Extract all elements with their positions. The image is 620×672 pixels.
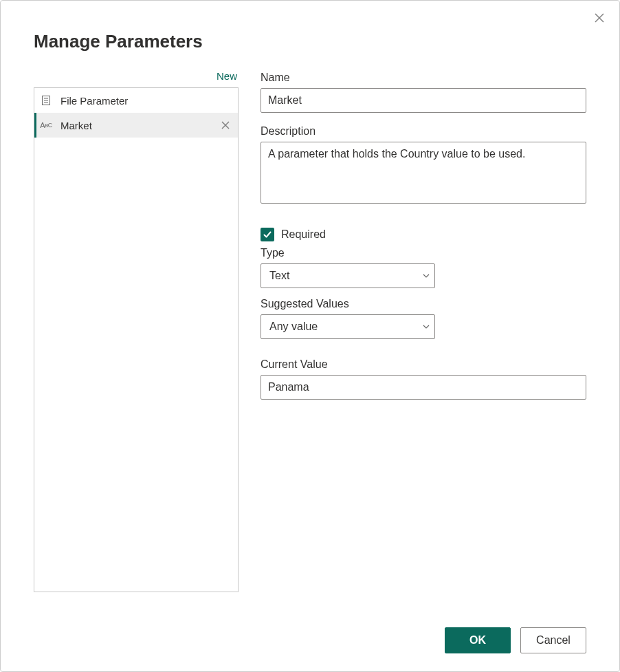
new-parameter-link[interactable]: New	[34, 69, 239, 87]
parameter-form: Name Description Required Type Text	[261, 69, 586, 592]
current-value-label: Current Value	[261, 358, 586, 371]
dialog-title: Manage Parameters	[34, 31, 586, 52]
current-value-input[interactable]	[261, 375, 586, 400]
required-label: Required	[281, 228, 326, 241]
required-checkbox[interactable]	[261, 228, 274, 241]
parameter-item-label: Market	[60, 120, 212, 131]
parameter-list-panel: New File Parameter ABC Mar	[34, 69, 239, 592]
parameter-item-market[interactable]: ABC Market	[34, 113, 238, 138]
cancel-button[interactable]: Cancel	[520, 627, 586, 653]
parameter-item-label: File Parameter	[60, 95, 231, 107]
close-icon[interactable]	[592, 10, 607, 25]
type-label: Type	[261, 247, 586, 259]
suggested-values-select-value: Any value	[269, 321, 318, 333]
type-select-value: Text	[269, 270, 289, 282]
type-select[interactable]: Text	[261, 263, 435, 288]
name-input[interactable]	[261, 88, 586, 113]
dialog-footer: OK Cancel	[445, 627, 586, 653]
parameter-list: File Parameter ABC Market	[34, 87, 239, 592]
document-icon	[40, 94, 52, 107]
ok-button[interactable]: OK	[445, 627, 511, 653]
description-input[interactable]	[261, 142, 586, 204]
description-label: Description	[261, 125, 586, 138]
delete-parameter-icon[interactable]	[220, 120, 231, 131]
parameter-item-file-parameter[interactable]: File Parameter	[34, 88, 238, 113]
manage-parameters-dialog: Manage Parameters New File Parameter	[0, 0, 620, 672]
name-label: Name	[261, 72, 586, 84]
suggested-values-label: Suggested Values	[261, 298, 586, 310]
suggested-values-select[interactable]: Any value	[261, 314, 435, 339]
text-type-icon: ABC	[40, 119, 52, 131]
